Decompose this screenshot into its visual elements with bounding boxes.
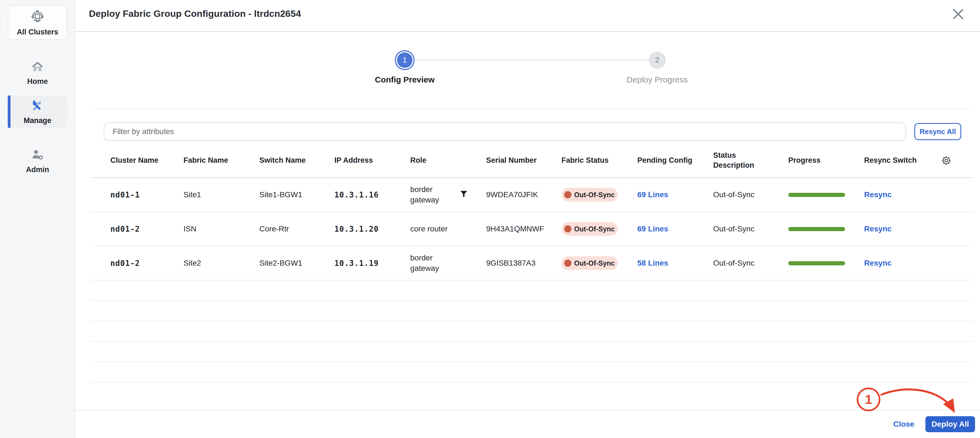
app-window: All Clusters Home [0,0,980,438]
column-header-progress[interactable]: Progress [788,156,864,165]
cluster-name-cell: nd01-1 [110,190,183,199]
sidebar-item-label: Home [27,77,48,86]
filter-funnel-icon[interactable] [460,189,468,200]
close-icon[interactable] [949,5,967,23]
column-header-fabric-status[interactable]: Fabric Status [562,156,637,165]
role-cell: core router [410,224,486,234]
column-header-role[interactable]: Role [410,156,486,165]
switch-table: Cluster Name Fabric Name Switch Name IP … [91,143,972,382]
deploy-all-button[interactable]: Deploy All [925,416,975,432]
pending-config-link[interactable]: 69 Lines [637,225,668,233]
sidebar: All Clusters Home [0,0,75,438]
step-2-label: Deploy Progress [602,75,713,84]
tools-icon [30,99,45,114]
pending-config-link[interactable]: 58 Lines [637,259,668,267]
switch-name-cell: Site2-BGW1 [259,259,334,268]
sidebar-item-home[interactable]: Home [8,60,67,86]
filter-input[interactable] [104,122,906,141]
step-2-circle[interactable]: 2 [649,52,666,69]
globe-icon [30,9,45,25]
serial-number-cell: 9WDEA70JFIK [486,190,562,199]
column-header-ip-address[interactable]: IP Address [334,156,410,165]
status-description-cell: Out-of-Sync [713,190,788,199]
status-dot-icon [564,260,571,267]
sidebar-item-admin[interactable]: Admin [8,148,67,174]
home-icon [31,60,44,75]
close-button[interactable]: Close [893,420,914,428]
empty-row [91,321,972,342]
fabric-name-cell: Site2 [183,259,259,268]
column-header-switch-name[interactable]: Switch Name [259,156,334,165]
serial-number-cell: 9H43A1QMNWF [486,225,562,233]
sidebar-item-label: Manage [24,116,52,125]
sidebar-item-label: Admin [26,165,49,174]
step-1-circle[interactable]: 1 [395,50,415,70]
table-settings-gear-icon[interactable] [941,155,972,166]
admin-user-gear-icon [30,148,45,163]
empty-row [91,342,972,362]
status-badge: Out-Of-Sync [562,222,618,236]
progress-bar [788,193,845,197]
fabric-status-cell: Out-Of-Sync [562,256,637,270]
resync-link[interactable]: Resync [864,259,892,267]
fabric-status-cell: Out-Of-Sync [562,222,637,236]
step-2-number: 2 [655,56,659,65]
table-header-row: Cluster Name Fabric Name Switch Name IP … [91,143,972,178]
status-dot-icon [564,191,571,198]
resync-link[interactable]: Resync [864,225,892,233]
switch-name-cell: Site1-BGW1 [259,190,334,199]
empty-row [91,301,972,321]
role-cell: border gateway [410,253,486,274]
fabric-name-cell: ISN [183,225,259,233]
fabric-status-cell: Out-Of-Sync [562,188,637,202]
table-row: nd01-2 Site2 Site2-BGW1 10.3.1.19 border… [91,246,972,281]
role-cell: border gateway [410,184,486,205]
switch-name-cell: Core-Rtr [259,225,334,233]
stepper-connector [416,60,648,60]
sidebar-item-manage[interactable]: Manage [8,95,67,128]
step-1-label: Config Preview [350,75,460,84]
ip-address-cell: 10.3.1.19 [334,259,410,268]
resync-link[interactable]: Resync [864,190,892,199]
page-title: Deploy Fabric Group Configuration - ltrd… [89,8,301,19]
empty-row [91,362,972,382]
cluster-name-cell: nd01-2 [110,225,183,233]
title-divider [75,31,980,32]
resync-all-button[interactable]: Resync All [914,123,961,140]
status-dot-icon [564,225,571,233]
step-1-number: 1 [397,52,412,68]
column-header-pending-config[interactable]: Pending Config [637,156,713,165]
column-header-fabric-name[interactable]: Fabric Name [183,156,259,165]
table-row: nd01-2 ISN Core-Rtr 10.3.1.20 core route… [91,212,972,246]
column-header-resync-switch[interactable]: Resync Switch [864,156,941,165]
sidebar-item-label: All Clusters [17,28,58,36]
modal-footer: Close Deploy All [75,410,980,438]
status-badge: Out-Of-Sync [562,256,618,270]
deploy-modal: Deploy Fabric Group Configuration - ltrd… [75,0,980,438]
progress-bar [788,261,845,265]
status-description-cell: Out-of-Sync [713,225,788,233]
table-row: nd01-1 Site1 Site1-BGW1 10.3.1.16 border… [91,178,972,212]
pending-config-link[interactable]: 69 Lines [637,190,668,199]
section-divider [91,109,970,109]
column-header-cluster-name[interactable]: Cluster Name [110,156,183,165]
ip-address-cell: 10.3.1.20 [334,225,410,233]
active-item-accent-bar [8,95,11,128]
status-badge: Out-Of-Sync [562,188,618,202]
fabric-name-cell: Site1 [183,190,259,199]
column-header-status-description[interactable]: Status Description [713,151,788,170]
ip-address-cell: 10.3.1.16 [334,190,410,199]
progress-bar [788,227,845,231]
sidebar-item-all-clusters[interactable]: All Clusters [8,6,67,40]
empty-row [91,281,972,301]
column-header-serial-number[interactable]: Serial Number [486,156,562,165]
status-description-cell: Out-of-Sync [713,259,788,268]
serial-number-cell: 9GISB1387A3 [486,259,562,268]
cluster-name-cell: nd01-2 [110,259,183,268]
